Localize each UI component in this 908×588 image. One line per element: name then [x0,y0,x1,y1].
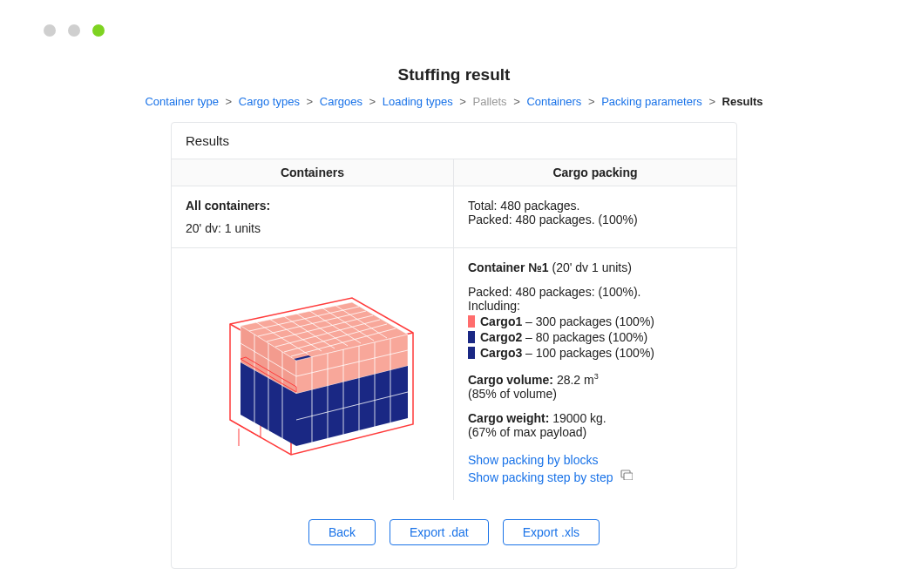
weight-value: 19000 kg. [552,411,606,425]
breadcrumb-pallets: Pallets [473,95,507,108]
total-packages: Total: 480 packages. [468,199,722,213]
page-title: Stuffing result [0,65,908,84]
svg-rect-40 [624,473,633,480]
container-line: 20' dv: 1 units [186,221,439,235]
summary-row: All containers: 20' dv: 1 units Total: 4… [172,186,736,248]
cargo-legend-item: Cargo2 – 80 packages (100%) [468,330,722,344]
col-cargo-packing: Cargo packing [454,159,736,186]
packed-line: Packed: 480 packages: (100%). [468,285,722,299]
including-label: Including: [468,299,722,313]
breadcrumb-loading-types[interactable]: Loading types [383,95,453,108]
breadcrumb-cargo-types[interactable]: Cargo types [239,95,300,108]
weight-row: Cargo weight: 19000 kg. [468,411,722,425]
weight-label: Cargo weight: [468,411,549,425]
container-detail: Container №1 (20' dv 1 units) Packed: 48… [454,248,736,500]
panel-header: Results [172,123,736,159]
cargo-rest: – 300 packages (100%) [522,314,654,328]
breadcrumb-sep: > [369,95,376,108]
breadcrumb-packing-parameters[interactable]: Packing parameters [601,95,702,108]
cargo-name: Cargo3 [480,346,522,360]
container-title: Container №1 (20' dv 1 units) [468,260,722,274]
breadcrumb-sep: > [307,95,314,108]
summary-packing: Total: 480 packages. Packed: 480 package… [454,186,736,247]
cargo-rest: – 80 packages (100%) [522,330,647,344]
window-dot [68,24,80,37]
swatch-icon [468,331,475,343]
cargo-legend-item: Cargo3 – 100 packages (100%) [468,346,722,360]
breadcrumb-sep: > [708,95,715,108]
export-xls-button[interactable]: Export .xls [503,519,600,545]
export-dat-button[interactable]: Export .dat [390,519,489,545]
cargo-name: Cargo1 [480,314,522,328]
breadcrumb-container-type[interactable]: Container type [145,95,219,108]
breadcrumb-cargoes[interactable]: Cargoes [320,95,363,108]
step-playback-icon[interactable] [620,469,633,483]
show-packing-step-link[interactable]: Show packing step by step [468,470,613,484]
all-containers-label: All containers: [186,199,439,213]
detail-row: Container №1 (20' dv 1 units) Packed: 48… [172,248,736,500]
weight-pct: (67% of max payload) [468,425,722,439]
breadcrumb-current: Results [722,95,763,108]
cargo-text: Cargo2 – 80 packages (100%) [480,330,647,344]
breadcrumb: Container type > Cargo types > Cargoes >… [0,95,908,108]
window-controls [44,24,105,37]
button-row: Back Export .dat Export .xls [172,500,736,568]
window-dot [44,24,56,37]
breadcrumb-containers[interactable]: Containers [526,95,581,108]
breadcrumb-sep: > [513,95,520,108]
show-step-row: Show packing step by step [468,467,722,484]
breadcrumb-sep: > [226,95,233,108]
container-title-prefix: Container №1 [468,260,549,274]
container-diagram [172,248,454,500]
summary-containers: All containers: 20' dv: 1 units [172,186,454,247]
packed-packages: Packed: 480 packages. (100%) [468,213,722,226]
cargo-text: Cargo1 – 300 packages (100%) [480,314,654,328]
back-button[interactable]: Back [308,519,376,545]
swatch-icon [468,347,475,359]
breadcrumb-sep: > [459,95,466,108]
results-panel: Results Containers Cargo packing All con… [171,122,737,569]
show-packing-blocks-link[interactable]: Show packing by blocks [468,453,598,467]
cargo-name: Cargo2 [480,330,522,344]
table-header-row: Containers Cargo packing [172,159,736,186]
cargo-legend-item: Cargo1 – 300 packages (100%) [468,314,722,328]
volume-row: Cargo volume: 28.2 m3 [468,372,722,387]
window-dot-active [92,24,105,37]
cargo-rest: – 100 packages (100%) [522,346,654,360]
volume-label: Cargo volume: [468,373,553,387]
cargo-text: Cargo3 – 100 packages (100%) [480,346,654,360]
volume-pct: (85% of volume) [468,387,722,401]
swatch-icon [468,315,475,328]
col-containers: Containers [172,159,454,186]
volume-value: 28.2 m3 [557,373,599,387]
container-title-suffix: (20' dv 1 units) [552,260,632,274]
breadcrumb-sep: > [588,95,595,108]
container-3d-icon [195,272,430,472]
